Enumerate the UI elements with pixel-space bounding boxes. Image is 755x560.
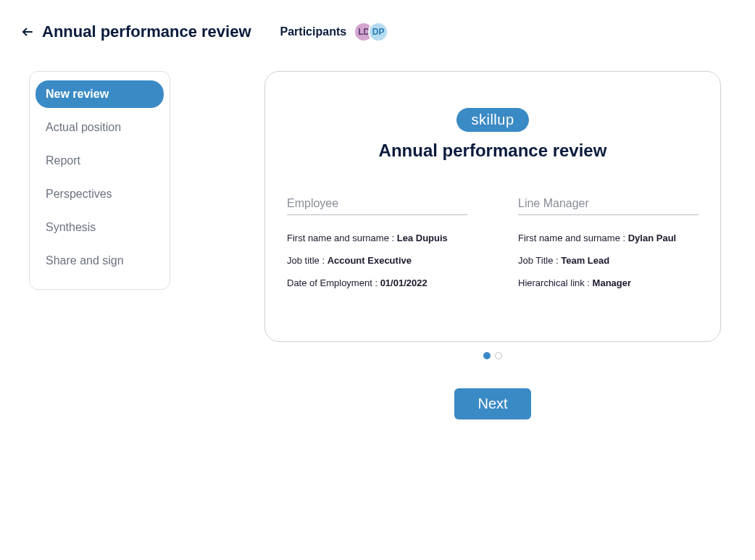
sidebar-item-actual-position[interactable]: Actual position: [36, 114, 164, 141]
employee-name-value: Lea Dupuis: [397, 233, 448, 243]
participant-avatars: LD DP: [354, 22, 388, 42]
sidebar-nav: New review Actual position Report Perspe…: [29, 71, 170, 290]
employee-date-label: Date of Employment :: [287, 277, 380, 288]
manager-job-label: Job Title :: [518, 255, 561, 266]
manager-job-row: Job Title : Team Lead: [518, 254, 698, 269]
employee-job-row: Job title : Account Executive: [287, 254, 467, 269]
employee-name-label: First name and surname :: [287, 233, 397, 243]
employee-job-label: Job title :: [287, 255, 328, 266]
card-title: Annual performance review: [287, 141, 698, 161]
employee-section-label: Employee: [287, 197, 467, 215]
skillup-badge: skillup: [456, 108, 528, 132]
manager-column: Line Manager First name and surname : Dy…: [518, 197, 698, 298]
avatar[interactable]: DP: [368, 22, 388, 42]
pagination-dots: [264, 352, 721, 359]
employee-column: Employee First name and surname : Lea Du…: [287, 197, 467, 298]
manager-name-row: First name and surname : Dylan Paul: [518, 231, 698, 246]
sidebar-item-share-sign[interactable]: Share and sign: [36, 247, 164, 275]
manager-link-label: Hierarchical link :: [518, 277, 593, 288]
page-title: Annual performance review: [42, 22, 251, 41]
review-card: skillup Annual performance review Employ…: [264, 71, 721, 342]
sidebar-item-synthesis[interactable]: Synthesis: [36, 214, 164, 241]
sidebar-item-new-review[interactable]: New review: [36, 80, 164, 108]
employee-name-row: First name and surname : Lea Dupuis: [287, 231, 467, 246]
manager-section-label: Line Manager: [518, 197, 698, 215]
manager-job-value: Team Lead: [561, 255, 609, 266]
manager-link-row: Hierarchical link : Manager: [518, 276, 698, 291]
manager-link-value: Manager: [593, 277, 631, 288]
sidebar-item-report[interactable]: Report: [36, 147, 164, 175]
manager-name-value: Dylan Paul: [628, 233, 676, 243]
manager-name-label: First name and surname :: [518, 233, 628, 243]
back-arrow-icon[interactable]: [20, 25, 35, 39]
next-button[interactable]: Next: [454, 388, 530, 419]
employee-date-value: 01/01/2022: [380, 277, 427, 288]
pagination-dot-1[interactable]: [483, 352, 491, 359]
sidebar-item-perspectives[interactable]: Perspectives: [36, 180, 164, 208]
participants-label: Participants: [280, 25, 347, 38]
employee-date-row: Date of Employment : 01/01/2022: [287, 276, 467, 291]
employee-job-value: Account Executive: [328, 255, 412, 266]
pagination-dot-2[interactable]: [495, 352, 502, 359]
